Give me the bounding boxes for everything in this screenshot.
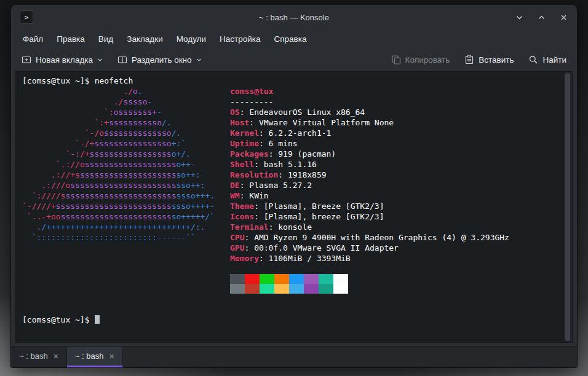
menu-item-4[interactable]: Модули (170, 32, 213, 46)
split-window-label: Разделить окно (132, 55, 192, 65)
current-prompt-line: [comss@tux ~]$ (22, 315, 562, 325)
neofetch-info-row: WM: KWin (230, 190, 509, 201)
find-button[interactable]: Найти (524, 52, 571, 68)
tab-bar: ~ : bash×~ : bash× (11, 346, 577, 367)
palette-block (230, 284, 245, 294)
window-controls (514, 12, 568, 22)
minimize-button[interactable] (514, 12, 524, 22)
command-line: [comss@tux ~]$neofetch (22, 76, 562, 86)
neofetch-output: ./o. ./sssso- `:osssssss+- `:+ssssssssss… (22, 86, 562, 294)
palette-block (245, 274, 260, 284)
palette-block (333, 284, 348, 294)
paste-label: Вставить (479, 55, 514, 65)
palette-block (245, 284, 260, 294)
chevron-up-icon (538, 14, 546, 22)
tab-label: ~ : bash (19, 351, 48, 361)
tab-0[interactable]: ~ : bash× (11, 347, 67, 367)
search-icon (528, 55, 538, 65)
chevron-down-icon (515, 14, 523, 22)
palette-block (289, 274, 304, 284)
neofetch-info-row: OS: EndeavourOS Linux x86_64 (230, 107, 509, 117)
tab-close-icon[interactable]: × (54, 352, 58, 361)
tab-1[interactable]: ~ : bash× (67, 347, 123, 367)
neofetch-info-row: Host: VMware Virtual Platform None (230, 117, 509, 128)
palette-block (333, 274, 348, 284)
shell-prompt: [comss@tux ~]$ (22, 76, 90, 85)
palette-block (260, 274, 274, 284)
copy-icon (391, 55, 401, 65)
menu-item-1[interactable]: Правка (50, 32, 92, 46)
palette-block (289, 284, 304, 294)
terminal-scrollbar[interactable] (564, 72, 572, 342)
titlebar[interactable]: > ~ : bash — Konsole (11, 5, 577, 29)
window-title: ~ : bash — Konsole (11, 13, 577, 22)
neofetch-info-row: Icons: [Plasma], breeze [GTK2/3] (230, 211, 509, 222)
close-icon (560, 14, 568, 22)
menu-item-0[interactable]: Файл (16, 32, 50, 46)
menu-bar: ФайлПравкаВидЗакладкиМодулиНастройкаСпра… (11, 29, 577, 48)
palette-block (304, 274, 319, 284)
close-button[interactable] (558, 12, 568, 22)
new-tab-button[interactable]: Новая вкладка (17, 52, 107, 68)
palette-block (230, 274, 245, 284)
menu-item-6[interactable]: Справка (268, 32, 314, 46)
palette-block (319, 274, 333, 284)
palette-block (304, 284, 319, 294)
chevron-down-icon (196, 57, 202, 63)
menu-item-2[interactable]: Вид (92, 32, 120, 46)
scrollbar-thumb[interactable] (565, 73, 570, 341)
neofetch-user-host: comss@tux (230, 86, 509, 96)
find-label: Найти (542, 55, 566, 65)
neofetch-info-row: Theme: [Plasma], Breeze [GTK2/3] (230, 201, 509, 211)
copy-label: Копировать (405, 55, 450, 65)
maximize-button[interactable] (536, 12, 546, 22)
terminal-cursor (95, 315, 100, 324)
neofetch-info: comss@tux --------- OS: EndeavourOS Linu… (230, 86, 509, 294)
paste-button[interactable]: Вставить (460, 52, 518, 68)
neofetch-info-row: Shell: bash 5.1.16 (230, 159, 509, 170)
command-text: neofetch (90, 76, 133, 85)
palette-block (260, 284, 274, 294)
toolbar: Новая вкладка Разделить окно Копировать … (11, 48, 577, 71)
split-window-button[interactable]: Разделить окно (113, 52, 206, 68)
konsole-app-icon[interactable]: > (20, 10, 33, 24)
konsole-window: > ~ : bash — Konsole ФайлПравкаВидЗаклад… (11, 5, 577, 367)
new-tab-icon (22, 55, 31, 65)
neofetch-info-row: Kernel: 6.2.2-arch1-1 (230, 128, 509, 138)
konsole-icon-glyph: > (25, 14, 29, 22)
menu-item-3[interactable]: Закладки (120, 32, 169, 46)
endeavouros-ascii-logo: ./o. ./sssso- `:osssssss+- `:+ssssssssss… (22, 86, 230, 294)
new-tab-label: Новая вкладка (36, 55, 93, 65)
palette-block (274, 284, 289, 294)
copy-button[interactable]: Копировать (387, 52, 455, 68)
terminal[interactable]: [comss@tux ~]$neofetch ./o. ./sssso- `:o… (15, 71, 573, 343)
neofetch-info-row: Packages: 919 (pacman) (230, 149, 509, 159)
palette-block (319, 284, 333, 294)
neofetch-info-row: GPU: 00:0f.0 VMware SVGA II Adapter (230, 243, 509, 253)
tab-label: ~ : bash (75, 351, 104, 361)
palette-block (274, 274, 289, 284)
neofetch-info-row: Terminal: konsole (230, 222, 509, 232)
menu-item-5[interactable]: Настройка (213, 32, 267, 46)
neofetch-info-row: Memory: 1106MiB / 3393MiB (230, 253, 509, 264)
neofetch-separator: --------- (230, 96, 509, 107)
shell-prompt: [comss@tux ~]$ (22, 315, 90, 324)
neofetch-info-row: CPU: AMD Ryzen 9 4900H with Radeon Graph… (230, 232, 509, 243)
neofetch-color-palette (230, 274, 509, 294)
neofetch-info-row: Resolution: 1918x859 (230, 170, 509, 180)
neofetch-info-row: Uptime: 6 mins (230, 138, 509, 149)
paste-icon (464, 55, 474, 65)
terminal-output[interactable]: [comss@tux ~]$neofetch ./o. ./sssso- `:o… (16, 72, 564, 342)
split-window-icon (117, 55, 127, 65)
tab-close-icon[interactable]: × (109, 352, 114, 361)
chevron-down-icon (97, 57, 103, 63)
neofetch-info-row: DE: Plasma 5.27.2 (230, 180, 509, 190)
neofetch-info-lines: OS: EndeavourOS Linux x86_64Host: VMware… (230, 107, 509, 264)
